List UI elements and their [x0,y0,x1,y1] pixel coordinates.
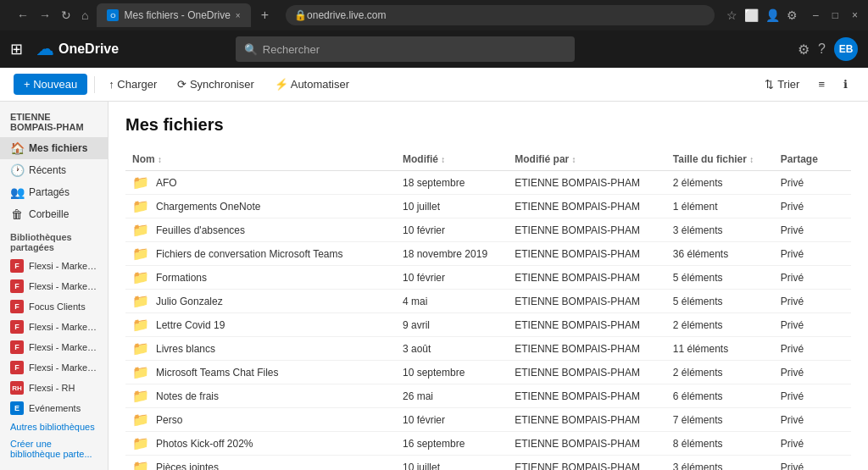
col-header-modified-by[interactable]: Modifié par ↕ [508,148,666,171]
trier-button[interactable]: ⇅ Trier [758,74,806,95]
file-name-cell[interactable]: 📁 Feuilles d'absences [125,218,396,242]
table-row[interactable]: 📁 Feuilles d'absences 10 février ETIENNE… [125,218,851,242]
file-name-cell[interactable]: 📁 Lettre Covid 19 [125,313,396,337]
extension-icon[interactable]: ⬜ [744,8,759,22]
file-share: Privé [774,266,851,290]
table-row[interactable]: 📁 Fichiers de conversation Microsoft Tea… [125,242,851,266]
user-avatar[interactable]: EB [834,37,858,61]
file-modified: 16 septembre [396,432,508,456]
file-name-cell[interactable]: 📁 Livres blancs [125,337,396,361]
autres-bibliotheques-link[interactable]: Autres bibliothèques [0,418,108,435]
lib-icon-focus: F [10,300,24,313]
file-name-cell[interactable]: 📁 Photos Kick-off 202% [125,432,396,456]
automatiser-button[interactable]: ⚡ Automatiser [268,74,356,95]
apps-grid-icon[interactable]: ⊞ [10,40,23,58]
file-modified-by: ETIENNE BOMPAIS-PHAM [508,195,666,218]
home-button[interactable]: ⌂ [78,7,92,24]
forward-button[interactable]: → [36,7,54,24]
col-header-name[interactable]: Nom ↕ [125,148,396,171]
file-modified-by: ETIENNE BOMPAIS-PHAM [508,313,666,337]
col-modified-label: Modifié [403,153,438,165]
col-header-modified[interactable]: Modifié ↕ [396,148,508,171]
file-size: 7 éléments [666,408,774,432]
file-modified: 18 septembre [396,171,508,195]
settings-icon[interactable]: ⚙ [787,8,798,22]
shared-lib-flexsi-marketing-admi[interactable]: F Flexsi - Marketing - Admi... [0,256,108,276]
search-bar[interactable]: 🔍 Rechercher [236,36,575,62]
shared-lib-flexsi-marketing[interactable]: F Flexsi - Marketing [0,357,108,378]
table-row[interactable]: 📁 Formations 10 février ETIENNE BOMPAIS-… [125,266,851,290]
file-name: Chargements OneNote [156,201,260,213]
creer-bibliotheque-link[interactable]: Créer une bibliothèque parte... [0,435,108,462]
profile-icon[interactable]: 👤 [765,8,780,22]
lib-label-focus: Focus Clients [29,301,86,312]
info-button[interactable]: ℹ [837,74,854,95]
sidebar: ETIENNE BOMPAIS-PHAM 🏠 Mes fichiers 🕐 Ré… [0,102,108,470]
table-row[interactable]: 📁 Pièces jointes 10 juillet ETIENNE BOMP… [125,456,851,471]
tab-close-button[interactable]: × [236,11,241,20]
new-tab-button[interactable]: + [256,8,274,23]
address-bar[interactable]: 🔒 onedrive.live.com [286,5,715,25]
sidebar-item-partages[interactable]: 👥 Partagés [0,181,108,203]
table-row[interactable]: 📁 Microsoft Teams Chat Files 10 septembr… [125,361,851,384]
shared-lib-flexsi-marketing-email[interactable]: F Flexsi - Marketing - Email... [0,317,108,337]
shared-lib-flexsi-marketing-blog[interactable]: F Flexsi - Marketing - Blog_... [0,276,108,296]
synchroniser-button[interactable]: ⟳ Synchroniser [170,74,260,95]
maximize-button[interactable]: □ [829,9,842,21]
sidebar-item-corbeille[interactable]: 🗑 Corbeille [0,203,108,225]
star-icon[interactable]: ☆ [726,8,737,22]
nouveau-button[interactable]: + Nouveau [14,74,87,95]
help-icon[interactable]: ? [818,41,826,57]
shared-lib-evenements[interactable]: E Evénements [0,398,108,418]
minimize-button[interactable]: – [810,9,822,21]
file-modified-by: ETIENNE BOMPAIS-PHAM [508,456,666,471]
file-name: AFO [156,177,177,189]
table-row[interactable]: 📁 Chargements OneNote 10 juillet ETIENNE… [125,195,851,218]
folder-icon: 📁 [132,174,149,191]
file-modified: 18 novembre 2019 [396,242,508,266]
charger-button[interactable]: ↑ Charger [102,74,164,95]
back-button[interactable]: ← [14,7,32,24]
sidebar-item-recents[interactable]: 🕐 Récents [0,159,108,181]
file-share: Privé [774,384,851,408]
file-size: 2 éléments [666,361,774,384]
nav-controls: ← → ↻ ⌂ [14,7,92,24]
file-name: Livres blancs [156,343,215,355]
table-row[interactable]: 📁 Notes de frais 26 mai ETIENNE BOMPAIS-… [125,384,851,408]
shared-lib-flexsi-rh[interactable]: RH Flexsi - RH [0,378,108,398]
view-toggle-button[interactable]: ≡ [811,74,832,95]
file-modified: 26 mai [396,384,508,408]
file-name: Pièces jointes [156,462,219,471]
shared-lib-focus-clients[interactable]: F Focus Clients [0,296,108,317]
file-name-cell[interactable]: 📁 Fichiers de conversation Microsoft Tea… [125,242,396,266]
file-name-cell[interactable]: 📁 Julio Gonzalez [125,290,396,313]
sidebar-item-mes-fichiers[interactable]: 🏠 Mes fichiers [0,137,108,159]
browser-tab[interactable]: O Mes fichiers - OneDrive × [97,3,250,27]
close-button[interactable]: × [849,9,861,21]
file-name-cell[interactable]: 📁 Perso [125,408,396,432]
file-modified: 10 septembre [396,361,508,384]
table-row[interactable]: 📁 Perso 10 février ETIENNE BOMPAIS-PHAM … [125,408,851,432]
page-title: Mes fichiers [125,115,851,135]
file-share: Privé [774,290,851,313]
file-name-cell[interactable]: 📁 AFO [125,171,396,195]
table-row[interactable]: 📁 AFO 18 septembre ETIENNE BOMPAIS-PHAM … [125,171,851,195]
table-row[interactable]: 📁 Livres blancs 3 août ETIENNE BOMPAIS-P… [125,337,851,361]
col-header-size[interactable]: Taille du fichier ↕ [666,148,774,171]
file-share: Privé [774,337,851,361]
file-name-cell[interactable]: 📁 Formations [125,266,396,290]
col-header-share[interactable]: Partage [774,148,851,171]
shared-lib-flexsi-marketing-offres[interactable]: F Flexsi - Marketing - Offres [0,337,108,357]
table-row[interactable]: 📁 Photos Kick-off 202% 16 septembre ETIE… [125,432,851,456]
refresh-button[interactable]: ↻ [58,7,75,24]
file-modified-by: ETIENNE BOMPAIS-PHAM [508,337,666,361]
table-row[interactable]: 📁 Lettre Covid 19 9 avril ETIENNE BOMPAI… [125,313,851,337]
file-name-cell[interactable]: 📁 Pièces jointes [125,456,396,471]
file-name-cell[interactable]: 📁 Chargements OneNote [125,195,396,218]
file-name: Julio Gonzalez [156,296,223,307]
file-share: Privé [774,171,851,195]
settings-top-icon[interactable]: ⚙ [798,41,810,58]
file-name-cell[interactable]: 📁 Notes de frais [125,384,396,408]
table-row[interactable]: 📁 Julio Gonzalez 4 mai ETIENNE BOMPAIS-P… [125,290,851,313]
file-name-cell[interactable]: 📁 Microsoft Teams Chat Files [125,361,396,384]
